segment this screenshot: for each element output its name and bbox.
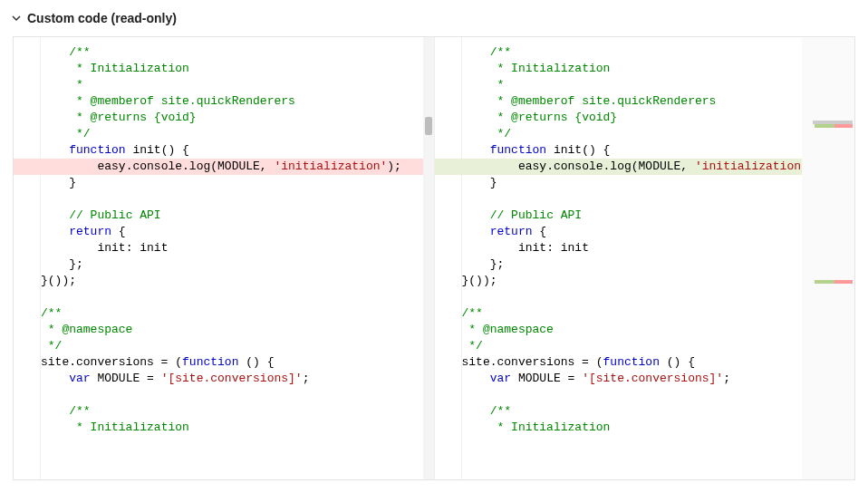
chevron-down-icon [11,13,22,24]
code-line: } [41,175,434,191]
code-line: }()); [462,273,855,289]
code-line: * @namespace [462,322,855,338]
code-line: // Public API [462,208,855,224]
code-line [41,191,434,208]
code-line: }; [462,256,855,273]
code-line: function init() { [462,142,855,159]
code-line: init: init [41,240,434,256]
code-line: * @returns {void} [41,110,434,126]
minimap-mark-green [815,280,834,284]
code-line: init: init [462,240,855,256]
code-line: /** [41,44,434,61]
section-header[interactable]: Custom code (read-only) [0,0,868,36]
code-line: /** [462,44,855,61]
code-line: easy.console.log(MODULE, 'initialization… [41,159,434,175]
code-line: var MODULE = '[site.conversions]'; [462,371,855,387]
diff-container: /** * Initialization * * @memberof site.… [0,36,868,480]
minimap-mark-green [815,124,834,128]
minimap-mark-red [834,280,853,284]
code-line: /** [41,403,434,420]
minimap-mark-red [834,124,853,128]
code-line: /** [462,403,855,420]
left-scrollbar[interactable] [423,37,434,479]
code-line: } [462,175,855,191]
code-line: easy.console.log(MODULE, 'initialization… [462,159,855,175]
code-line: * Initialization [41,420,434,436]
code-line: * [462,77,855,93]
code-line: */ [41,338,434,354]
left-code[interactable]: /** * Initialization * * @memberof site.… [41,37,434,479]
code-line: * @namespace [41,322,434,338]
left-scroll-thumb[interactable] [425,117,432,135]
code-line: */ [41,126,434,142]
left-fold-gutter[interactable] [14,37,41,479]
right-pane: /** * Initialization * * @memberof site.… [435,37,855,479]
code-line: site.conversions = (function () { [462,354,855,371]
right-fold-gutter[interactable] [435,37,462,479]
code-line: }()); [41,273,434,289]
code-line: */ [462,338,855,354]
left-pane: /** * Initialization * * @memberof site.… [14,37,435,479]
right-code[interactable]: /** * Initialization * * @memberof site.… [462,37,855,479]
code-line [462,289,855,305]
code-line: * @memberof site.quickRenderers [462,93,855,110]
code-line: * @memberof site.quickRenderers [41,93,434,110]
code-line [41,387,434,403]
code-line: /** [462,305,855,322]
code-line: return { [41,224,434,240]
code-line [41,289,434,305]
code-line: var MODULE = '[site.conversions]'; [41,371,434,387]
code-line: * Initialization [41,61,434,77]
code-line: /** [41,305,434,322]
code-line: * [41,77,434,93]
code-line: * Initialization [462,420,855,436]
code-line: */ [462,126,855,142]
code-line: site.conversions = (function () { [41,354,434,371]
code-line: * @returns {void} [462,110,855,126]
code-line: function init() { [41,142,434,159]
section-title: Custom code (read-only) [27,11,177,25]
code-line [462,191,855,208]
code-line: }; [41,256,434,273]
right-minimap[interactable] [802,37,854,479]
code-line: return { [462,224,855,240]
code-line [462,387,855,403]
code-line: * Initialization [462,61,855,77]
code-line: // Public API [41,208,434,224]
diff-panes: /** * Initialization * * @memberof site.… [13,36,855,480]
